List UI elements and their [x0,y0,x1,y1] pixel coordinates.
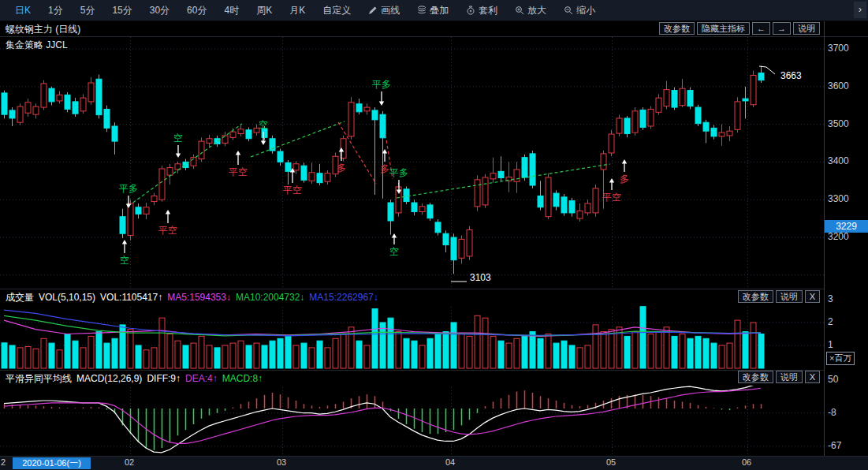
signal-label-多: 多 [380,162,389,176]
time-axis-month-label: 03 [277,457,286,467]
volume-panel-params: VOL(5,10,15) [39,292,95,303]
time-axis-month-label: 05 [606,457,616,467]
price-axis-label: 3200 [828,231,849,242]
indicator-value: MA15:2262967↓ [309,292,378,303]
time-axis-edge-label: 2 [1,457,6,467]
volume-panel-name: 成交量 [6,292,34,303]
indicator-value: MACD:8↑ [222,373,263,384]
trading-app-window: 日K1分5分15分30分60分4时周K月K自定义画线叠加套利放大缩小 › 螺纹钢… [0,0,868,470]
signal-label-平多: 平多 [119,182,138,196]
macd-chart-surface[interactable] [0,384,824,454]
indicator-value: VOL:1105417↑ [100,292,162,303]
main-chart-surface[interactable] [0,37,824,288]
price-extreme-label: 3103 [470,272,491,283]
signal-label-平多: 平多 [389,166,408,180]
price-extreme-label: 3663 [780,70,802,81]
time-axis-month-label: 02 [125,457,134,467]
signal-label-空: 空 [259,118,268,132]
signal-label-平空: 平空 [602,191,621,204]
signal-label-多: 多 [337,162,346,175]
signal-label-空: 空 [120,254,129,267]
indicator-value: MA5:1594353↓ [167,292,231,303]
indicator-value: MA10:2004732↓ [236,292,304,303]
selected-date-tag: 2020-01-06(一) [13,457,91,469]
indicator-value: DEA:4↑ [185,373,218,384]
price-axis-label: 3300 [828,193,849,204]
signal-label-空: 空 [389,245,399,259]
signal-label-多: 多 [620,173,629,186]
volume-axis-label: 1 [828,339,833,350]
volume-button-说明[interactable]: 说明 [776,290,803,303]
macd-panel-params: MACD(12,26,9) [76,373,142,384]
signal-label-平多: 平多 [372,78,391,91]
price-axis-label: 3600 [828,80,849,91]
indicator-value: DIFF:9↑ [147,373,181,384]
macd-button-说明[interactable]: 说明 [776,371,803,383]
axis-divider [824,21,825,456]
macd-axis-label: -67 [828,440,841,451]
signal-label-平空: 平空 [283,184,302,197]
macd-axis-label: 50 [828,374,838,385]
volume-axis-label: 3 [828,293,833,304]
volume-panel-header: 成交量VOL(5,10,15)VOL:1105417↑MA5:1594353↓M… [0,289,824,304]
macd-panel-name: 平滑异同平均线 [6,373,72,384]
price-axis-label: 3700 [828,43,849,54]
volume-axis-label: 2 [828,316,833,327]
signal-label-平空: 平空 [158,224,177,237]
macd-button-X[interactable]: X [805,371,820,383]
time-axis-month-label: 06 [742,457,751,467]
volume-unit-label: ×百万 [826,352,855,365]
macd-axis-label: -8 [828,407,836,418]
signal-label-空: 空 [173,132,183,145]
volume-chart-surface[interactable] [0,304,824,368]
volume-panel-buttons: 改参数说明X [738,290,820,303]
volume-button-X[interactable]: X [805,290,820,303]
signal-label-平空: 平空 [229,166,248,179]
volume-button-改参数[interactable]: 改参数 [738,290,773,303]
price-axis-label: 3500 [828,118,849,129]
time-axis-month-label: 04 [445,457,455,467]
macd-button-改参数[interactable]: 改参数 [738,371,773,383]
price-axis-label: 3400 [828,155,849,166]
macd-panel-buttons: 改参数说明X [738,371,820,383]
macd-panel-header: 平滑异同平均线MACD(12,26,9)DIFF:9↑DEA:4↑MACD:8↑ [0,370,824,386]
